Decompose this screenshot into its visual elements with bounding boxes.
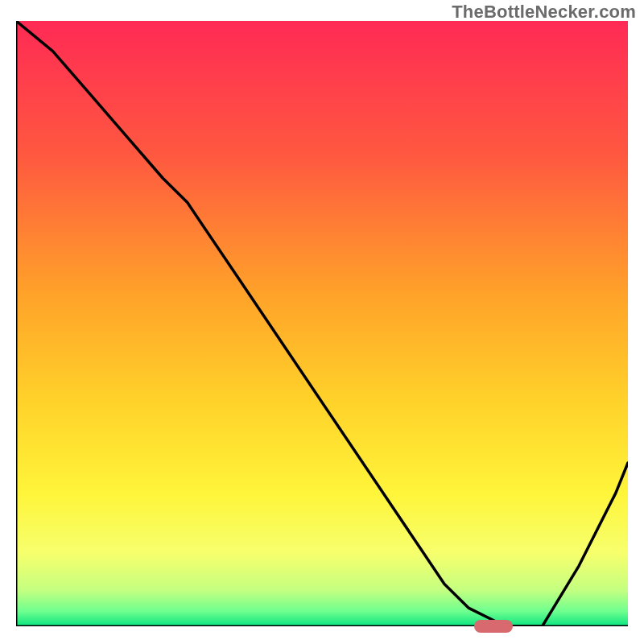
optimal-marker — [474, 620, 513, 633]
plot-svg — [16, 21, 628, 626]
plot-background — [16, 21, 628, 626]
plot-area — [16, 21, 628, 626]
chart-stage: TheBottleNecker.com — [0, 0, 644, 644]
watermark-text: TheBottleNecker.com — [452, 2, 636, 23]
